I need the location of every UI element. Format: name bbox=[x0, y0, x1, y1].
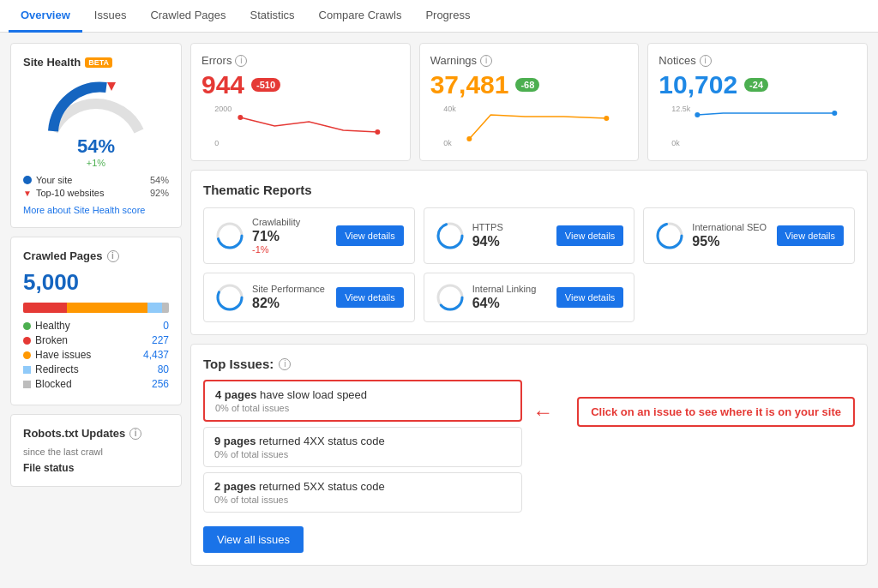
robots-since: since the last crawl bbox=[23, 447, 169, 457]
top-issues-header: Top Issues: i bbox=[203, 357, 855, 371]
tab-issues[interactable]: Issues bbox=[82, 0, 139, 33]
tab-compare-crawls[interactable]: Compare Crawls bbox=[307, 0, 414, 33]
errors-change: -510 bbox=[251, 78, 280, 92]
svg-text:0k: 0k bbox=[672, 139, 681, 147]
tabs-bar: Overview Issues Crawled Pages Statistics… bbox=[0, 0, 878, 33]
svg-text:0k: 0k bbox=[443, 139, 452, 147]
blocked-dot bbox=[23, 381, 31, 388]
tab-overview[interactable]: Overview bbox=[9, 0, 82, 33]
errors-label: Errors i bbox=[201, 54, 400, 67]
content-area: Errors i 944 -510 2000 0 Warnin bbox=[190, 43, 868, 566]
issues-callout: ← Click on an issue to see where it is o… bbox=[532, 397, 855, 427]
site-performance-info: Site Performance 82% bbox=[214, 282, 325, 313]
svg-point-6 bbox=[604, 116, 609, 121]
warnings-value-row: 37,481 -68 bbox=[430, 70, 628, 99]
robots-info-icon[interactable]: i bbox=[129, 428, 141, 440]
issue-item-3[interactable]: 2 pages returned 5XX status code 0% of t… bbox=[203, 472, 522, 513]
bar-redirects bbox=[147, 303, 162, 313]
crawlability-view-details[interactable]: View details bbox=[336, 225, 404, 246]
crawled-pages-info-icon[interactable]: i bbox=[107, 250, 119, 262]
status-list: Healthy 0 Broken 227 Have issues 4,437 R… bbox=[23, 320, 169, 390]
tab-crawled-pages[interactable]: Crawled Pages bbox=[138, 0, 238, 33]
thematic-title: Thematic Reports bbox=[203, 183, 855, 197]
site-health-card: Site Health BETA 54% +1% Your site bbox=[10, 43, 182, 228]
errors-axis-bottom: 0 bbox=[214, 139, 219, 147]
site-performance-view-details[interactable]: View details bbox=[336, 287, 404, 308]
https-info: HTTPS 94% bbox=[435, 220, 503, 251]
gauge-svg bbox=[45, 75, 147, 135]
errors-info-icon[interactable]: i bbox=[235, 55, 247, 67]
notices-value: 10,702 bbox=[658, 70, 737, 99]
thematic-grid: Crawlability 71% -1% View details bbox=[203, 207, 855, 322]
top-issues-section: Top Issues: i 4 pages have slow load spe… bbox=[190, 344, 868, 566]
callout-box: Click on an issue to see where it is on … bbox=[577, 397, 855, 427]
issue-2-subtitle: 0% of total issues bbox=[214, 449, 511, 459]
view-all-issues-button[interactable]: View all issues bbox=[203, 526, 304, 553]
international-seo-info: International SEO 95% bbox=[654, 220, 767, 251]
gauge-container: 54% +1% bbox=[23, 75, 169, 168]
issue-3-subtitle: 0% of total issues bbox=[214, 495, 511, 505]
callout-arrow-icon: ← bbox=[532, 400, 553, 424]
thematic-section: Thematic Reports Crawlability 71% -1% bbox=[190, 170, 868, 335]
issue-3-title: 2 pages returned 5XX status code bbox=[214, 480, 511, 493]
broken-dot bbox=[23, 337, 31, 345]
issues-list: 4 pages have slow load speed 0% of total… bbox=[203, 380, 522, 518]
svg-point-10 bbox=[833, 111, 838, 116]
top-issues-title: Top Issues: bbox=[203, 357, 274, 371]
status-blocked: Blocked 256 bbox=[23, 378, 169, 390]
issue-item-1[interactable]: 4 pages have slow load speed 0% of total… bbox=[203, 380, 522, 422]
internal-linking-info: Internal Linking 64% bbox=[435, 282, 537, 313]
beta-badge: BETA bbox=[85, 57, 112, 68]
crawlability-circle bbox=[214, 220, 245, 251]
errors-card: Errors i 944 -510 2000 0 bbox=[190, 43, 411, 161]
more-about-health-link[interactable]: More about Site Health score bbox=[23, 205, 169, 215]
status-broken: Broken 227 bbox=[23, 334, 169, 346]
top10-legend: ▼ Top-10 websites 92% bbox=[23, 188, 169, 198]
your-site-legend: Your site 54% bbox=[23, 175, 169, 185]
tab-statistics[interactable]: Statistics bbox=[238, 0, 307, 33]
robots-card: Robots.txt Updates i since the last craw… bbox=[10, 414, 182, 487]
metrics-row: Errors i 944 -510 2000 0 Warnin bbox=[190, 43, 868, 161]
errors-axis-top: 2000 bbox=[214, 105, 232, 113]
internal-linking-circle bbox=[435, 282, 466, 313]
issue-item-2[interactable]: 9 pages returned 4XX status code 0% of t… bbox=[203, 427, 522, 467]
warnings-info-icon[interactable]: i bbox=[480, 55, 492, 67]
crawlability-info: Crawlability 71% -1% bbox=[214, 217, 300, 255]
errors-value: 944 bbox=[201, 70, 244, 99]
thematic-internal-linking: Internal Linking 64% View details bbox=[424, 273, 635, 322]
thematic-site-performance: Site Performance 82% View details bbox=[203, 273, 415, 322]
thematic-crawlability: Crawlability 71% -1% View details bbox=[203, 207, 415, 264]
notices-change: -24 bbox=[744, 78, 768, 92]
https-view-details[interactable]: View details bbox=[556, 225, 624, 246]
site-health-legend: Your site 54% ▼ Top-10 websites 92% bbox=[23, 175, 169, 198]
issue-1-title: 4 pages have slow load speed bbox=[215, 388, 510, 401]
bar-blocked bbox=[162, 303, 170, 313]
internal-linking-view-details[interactable]: View details bbox=[556, 287, 624, 308]
status-have-issues: Have issues 4,437 bbox=[23, 349, 169, 361]
errors-chart: 2000 0 bbox=[201, 105, 400, 147]
international-seo-view-details[interactable]: View details bbox=[777, 225, 845, 246]
https-circle bbox=[435, 220, 466, 251]
bar-issues bbox=[67, 303, 147, 313]
tab-progress[interactable]: Progress bbox=[413, 0, 482, 33]
svg-point-9 bbox=[695, 112, 701, 117]
errors-value-row: 944 -510 bbox=[201, 70, 400, 99]
notices-value-row: 10,702 -24 bbox=[658, 70, 857, 99]
healthy-dot bbox=[23, 322, 31, 330]
notices-label: Notices i bbox=[658, 54, 857, 67]
crawled-pages-card: Crawled Pages i 5,000 Healthy 0 Br bbox=[10, 237, 182, 405]
sidebar: Site Health BETA 54% +1% Your site bbox=[10, 43, 182, 566]
issues-dot bbox=[23, 351, 31, 359]
gauge-percent: 54% bbox=[77, 135, 115, 158]
svg-point-1 bbox=[238, 115, 243, 120]
warnings-value: 37,481 bbox=[430, 70, 509, 99]
notices-info-icon[interactable]: i bbox=[700, 55, 712, 67]
top10-arrow-icon: ▼ bbox=[23, 189, 32, 198]
bar-broken bbox=[23, 303, 67, 313]
crawled-pages-title: Crawled Pages i bbox=[23, 249, 169, 262]
top-issues-info-icon[interactable]: i bbox=[279, 358, 291, 370]
issues-footer: View all issues bbox=[203, 526, 855, 553]
notices-chart: 12.5k 0k bbox=[658, 105, 857, 147]
svg-text:12.5k: 12.5k bbox=[672, 105, 692, 113]
issue-1-subtitle: 0% of total issues bbox=[215, 403, 510, 413]
